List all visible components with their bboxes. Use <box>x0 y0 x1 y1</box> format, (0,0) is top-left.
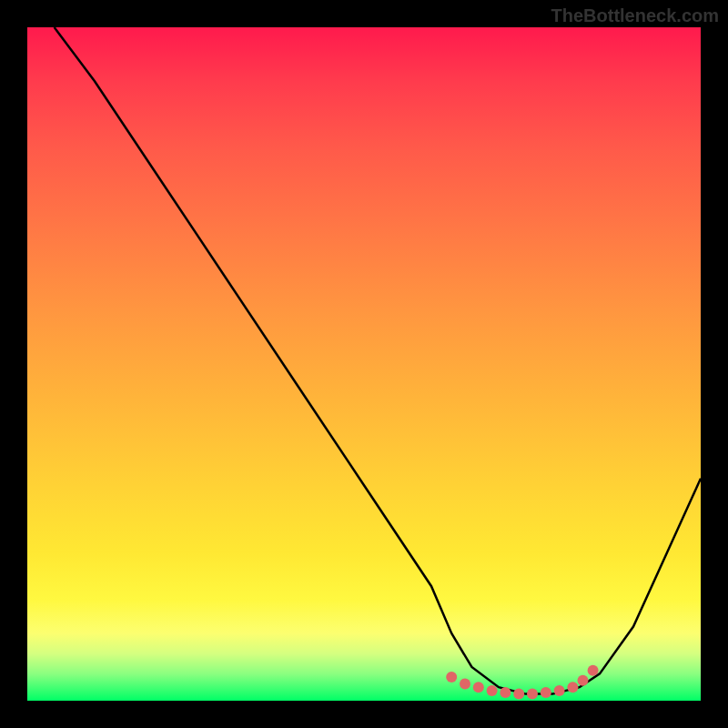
optimal-marker-dot <box>513 689 524 700</box>
optimal-marker-dot <box>578 675 589 686</box>
optimal-marker-dot <box>527 689 538 700</box>
watermark-text: TheBottleneck.com <box>551 5 719 26</box>
optimal-marker-dot <box>487 685 498 696</box>
optimal-marker-dot <box>446 672 457 682</box>
optimal-marker-dot <box>473 682 484 693</box>
optimal-marker-dot <box>567 682 578 693</box>
optimal-zone-dots <box>446 665 598 700</box>
chart-svg <box>27 27 701 701</box>
optimal-marker-dot <box>460 679 470 690</box>
chart-plot-area <box>27 27 701 701</box>
bottleneck-curve-line <box>55 27 701 694</box>
optimal-marker-dot <box>541 687 551 698</box>
optimal-marker-dot <box>554 685 565 696</box>
optimal-marker-dot <box>500 687 511 698</box>
optimal-marker-dot <box>588 665 599 676</box>
